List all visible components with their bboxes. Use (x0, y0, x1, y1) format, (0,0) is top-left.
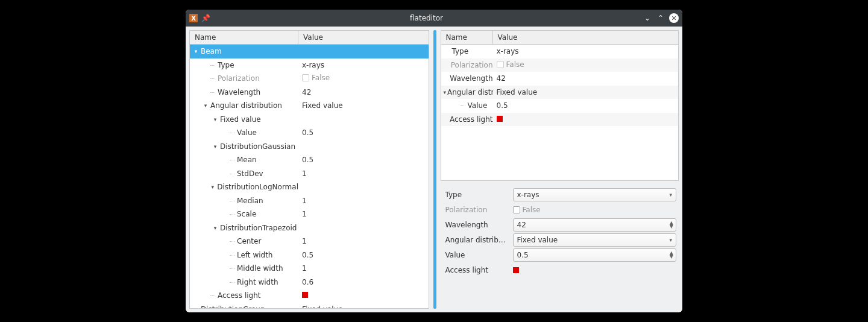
tree-node-label: Wavelength (218, 88, 260, 96)
tree-row[interactable]: ▾Beam (190, 45, 429, 58)
window-title: flateditor (210, 14, 643, 22)
dropdown-field[interactable]: Fixed value▾ (513, 233, 677, 247)
col-name-header[interactable]: Name (441, 31, 493, 44)
chevron-down-icon: ▾ (669, 237, 672, 243)
tree-row[interactable]: Median1 (190, 194, 429, 208)
tree-row[interactable]: Typex-rays (190, 58, 429, 72)
right-table-header: Name Value (441, 31, 679, 45)
tree-node-label: Fixed value (220, 115, 261, 124)
tree-node-value: Fixed value (493, 88, 679, 96)
chevron-down-icon[interactable]: ▾ (209, 184, 216, 190)
tree-node-value: 0.6 (298, 278, 429, 286)
tree-row[interactable]: Right width0.6 (190, 276, 429, 289)
chevron-down-icon[interactable]: ▾ (212, 144, 219, 150)
tree-node-label: Value (468, 101, 488, 110)
tree-row[interactable]: ▾DistributionGaussian (190, 140, 429, 154)
tree-node-value: 1 (298, 197, 429, 205)
tree-node-value: 42 (298, 88, 429, 96)
chevron-down-icon[interactable]: ▾ (192, 306, 200, 308)
tree-node-label: Beam (201, 47, 222, 55)
tree-node-value (493, 115, 679, 124)
tree-node-value: x-rays (493, 47, 679, 55)
tree-row[interactable]: ▾DistributionLogNormal (190, 180, 429, 194)
tree-row[interactable]: Access light (190, 289, 429, 303)
tree-row[interactable]: PolarizationFalse (190, 72, 429, 86)
col-value-header[interactable]: Value (298, 31, 429, 44)
tree-row[interactable]: Scale1 (190, 207, 429, 221)
chevron-down-icon: ▾ (669, 192, 672, 198)
col-value-header[interactable]: Value (493, 31, 679, 44)
tree-pane-right-top: Name Value Typex-raysPolarizationFalseWa… (441, 30, 679, 181)
tree-node-value: 1 (298, 264, 429, 273)
color-swatch (497, 116, 503, 122)
tree-node-label: Type (452, 47, 469, 55)
tree-node-label: Polarization (218, 74, 260, 83)
tree-row[interactable]: Access light (441, 113, 679, 127)
tree-node-label: Wavelength (450, 74, 492, 83)
tree-node-label: Access light (450, 115, 493, 124)
tree-node-value: False (298, 74, 429, 83)
form-row: Value0.5▲▼ (443, 247, 677, 262)
tree-node-value: 0.5 (298, 251, 429, 259)
pin-icon[interactable]: 📌 (201, 14, 210, 22)
form-label: Wavelength (443, 221, 509, 229)
tree-row[interactable]: Mean0.5 (190, 153, 429, 167)
chevron-down-icon[interactable]: ▾ (444, 89, 447, 95)
chevron-down-icon[interactable]: ▾ (212, 225, 219, 231)
color-swatch[interactable] (513, 267, 519, 273)
chevron-down-icon[interactable]: ▾ (192, 48, 200, 54)
tree-row[interactable]: ▾Angular distributionFixed value (190, 99, 429, 113)
tree-node-value: Fixed value (298, 101, 429, 110)
form-label: Access light (443, 266, 509, 274)
tree-row[interactable]: ▾Fixed value (190, 113, 429, 127)
titlebar[interactable]: X 📌 flateditor ⌄ ⌃ ✕ (186, 10, 682, 27)
tree-node-label: Angular distri... (447, 88, 492, 96)
right-tree-body[interactable]: Typex-raysPolarizationFalseWavelength42▾… (441, 45, 679, 126)
left-table-header: Name Value (190, 31, 429, 45)
tree-node-value: 42 (493, 74, 679, 83)
app-window: X 📌 flateditor ⌄ ⌃ ✕ Name Value ▾BeamTyp… (186, 10, 682, 312)
left-tree-body[interactable]: ▾BeamTypex-raysPolarizationFalseWaveleng… (190, 45, 429, 308)
tree-node-label: Type (218, 61, 234, 69)
checkbox-field: False (513, 203, 677, 216)
col-name-header[interactable]: Name (190, 31, 298, 44)
spinner-icon[interactable]: ▲▼ (670, 251, 673, 259)
spin-field[interactable]: 0.5▲▼ (513, 248, 677, 262)
minimize-button[interactable]: ⌄ (643, 13, 652, 23)
form-row: PolarizationFalse (443, 202, 677, 217)
chevron-down-icon[interactable]: ▾ (212, 116, 219, 122)
tree-node-label: Middle width (237, 264, 283, 273)
tree-row[interactable]: ▾Angular distri...Fixed value (441, 86, 679, 99)
tree-row[interactable]: Left width0.5 (190, 248, 429, 262)
tree-node-label: Center (237, 237, 261, 245)
tree-row[interactable]: PolarizationFalse (441, 58, 679, 72)
tree-row[interactable]: ▾DistributionGroupFixed value (190, 303, 429, 309)
tree-pane-left: Name Value ▾BeamTypex-raysPolarizationFa… (189, 30, 429, 309)
tree-row[interactable]: Wavelength42 (441, 72, 679, 86)
tree-node-label: Polarization (451, 61, 493, 69)
tree-node-label: DistributionTrapezoid (220, 224, 297, 232)
tree-row[interactable]: Typex-rays (441, 45, 679, 58)
spin-field[interactable]: 42▲▼ (513, 218, 677, 232)
tree-node-value: 0.5 (493, 101, 679, 110)
tree-row[interactable]: StdDev1 (190, 167, 429, 181)
checkbox-icon (302, 74, 309, 81)
tree-row[interactable]: Value0.5 (190, 126, 429, 140)
spinner-icon[interactable]: ▲▼ (670, 221, 673, 229)
tree-row[interactable]: Middle width1 (190, 262, 429, 276)
tree-row[interactable]: Wavelength42 (190, 86, 429, 99)
maximize-button[interactable]: ⌃ (656, 13, 665, 23)
form-label: Type (443, 191, 509, 199)
close-button[interactable]: ✕ (669, 13, 679, 23)
tree-node-label: Median (237, 197, 263, 205)
dropdown-field[interactable]: x-rays▾ (513, 188, 677, 201)
splitter-vertical[interactable] (433, 30, 436, 309)
tree-node-label: Left width (237, 251, 272, 259)
chevron-down-icon[interactable]: ▾ (202, 103, 209, 109)
tree-row[interactable]: Center1 (190, 235, 429, 248)
tree-row[interactable]: ▾DistributionTrapezoid (190, 221, 429, 235)
checkbox-icon (513, 206, 520, 213)
tree-node-label: Mean (237, 156, 257, 164)
tree-row[interactable]: Value0.5 (441, 99, 679, 113)
tree-node-label: DistributionLogNormal (217, 183, 298, 191)
